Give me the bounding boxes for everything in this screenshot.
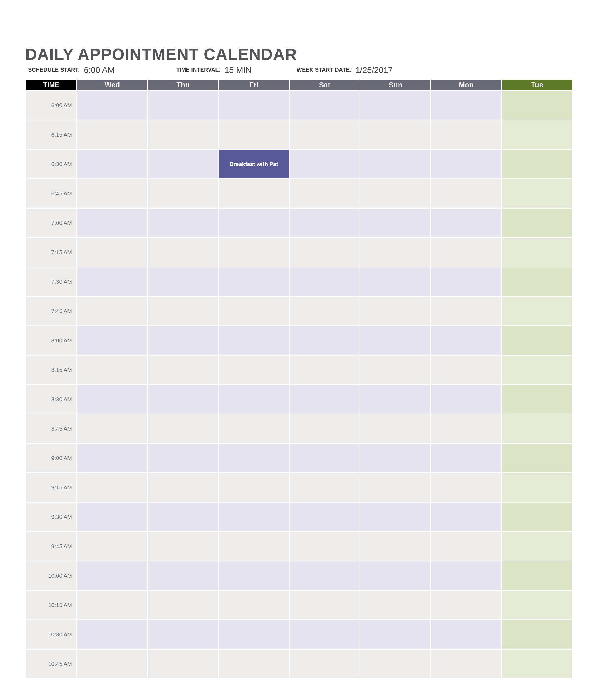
calendar-slot[interactable]	[77, 650, 147, 678]
calendar-slot[interactable]	[77, 326, 147, 355]
calendar-slot[interactable]	[290, 356, 360, 384]
calendar-slot[interactable]	[431, 385, 501, 413]
calendar-slot[interactable]	[77, 150, 147, 178]
calendar-slot[interactable]	[77, 532, 147, 561]
calendar-slot[interactable]	[148, 120, 218, 149]
calendar-slot[interactable]	[219, 650, 289, 678]
calendar-slot[interactable]	[148, 591, 218, 619]
calendar-slot[interactable]	[502, 414, 572, 443]
calendar-slot[interactable]	[219, 179, 289, 208]
calendar-slot[interactable]	[361, 503, 430, 531]
calendar-slot[interactable]	[77, 620, 147, 649]
calendar-slot[interactable]	[431, 503, 501, 531]
calendar-slot[interactable]	[431, 238, 501, 267]
calendar-slot[interactable]	[219, 91, 289, 119]
calendar-slot[interactable]	[290, 532, 360, 561]
calendar-slot[interactable]	[361, 91, 430, 119]
calendar-slot[interactable]	[431, 620, 501, 649]
calendar-slot[interactable]	[290, 150, 360, 178]
calendar-slot[interactable]	[502, 650, 572, 678]
calendar-slot[interactable]	[502, 209, 572, 237]
calendar-slot[interactable]	[77, 444, 147, 473]
calendar-slot[interactable]	[431, 267, 501, 296]
calendar-slot[interactable]	[290, 503, 360, 531]
calendar-slot[interactable]	[502, 532, 572, 561]
calendar-slot[interactable]	[290, 620, 360, 649]
calendar-slot[interactable]	[502, 150, 572, 178]
calendar-slot[interactable]	[77, 120, 147, 149]
calendar-slot[interactable]	[219, 297, 289, 325]
calendar-slot[interactable]	[431, 444, 501, 473]
calendar-slot[interactable]	[219, 620, 289, 649]
calendar-slot[interactable]	[148, 532, 218, 561]
calendar-slot[interactable]	[431, 561, 501, 590]
calendar-slot[interactable]	[431, 532, 501, 561]
calendar-slot[interactable]	[502, 179, 572, 208]
calendar-slot[interactable]	[148, 91, 218, 119]
calendar-slot[interactable]	[502, 267, 572, 296]
calendar-slot[interactable]	[502, 297, 572, 325]
calendar-slot[interactable]	[361, 238, 430, 267]
calendar-slot[interactable]	[148, 414, 218, 443]
calendar-slot[interactable]	[148, 444, 218, 473]
calendar-slot[interactable]	[290, 326, 360, 355]
calendar-slot[interactable]	[361, 444, 430, 473]
calendar-slot[interactable]	[148, 473, 218, 502]
calendar-slot[interactable]	[77, 356, 147, 384]
calendar-slot[interactable]	[431, 591, 501, 619]
calendar-slot[interactable]	[219, 209, 289, 237]
calendar-slot[interactable]	[361, 620, 430, 649]
calendar-slot[interactable]	[361, 356, 430, 384]
calendar-slot[interactable]	[502, 444, 572, 473]
calendar-slot[interactable]	[361, 326, 430, 355]
calendar-slot[interactable]	[290, 209, 360, 237]
calendar-slot[interactable]	[431, 356, 501, 384]
calendar-slot[interactable]	[502, 326, 572, 355]
calendar-slot[interactable]	[148, 385, 218, 413]
calendar-slot[interactable]	[290, 591, 360, 619]
calendar-slot[interactable]	[290, 444, 360, 473]
calendar-slot[interactable]	[502, 91, 572, 119]
time-interval-value[interactable]: 15 MIN	[223, 65, 254, 75]
calendar-slot[interactable]	[502, 356, 572, 384]
calendar-slot[interactable]	[361, 385, 430, 413]
calendar-slot[interactable]	[77, 561, 147, 590]
calendar-slot[interactable]	[77, 385, 147, 413]
calendar-slot[interactable]	[148, 238, 218, 267]
calendar-slot[interactable]	[219, 532, 289, 561]
calendar-slot[interactable]	[77, 209, 147, 237]
calendar-slot[interactable]	[361, 179, 430, 208]
calendar-slot[interactable]	[77, 267, 147, 296]
calendar-slot[interactable]	[361, 473, 430, 502]
calendar-slot[interactable]	[77, 297, 147, 325]
calendar-slot[interactable]	[502, 620, 572, 649]
calendar-slot[interactable]	[148, 267, 218, 296]
calendar-slot[interactable]	[431, 150, 501, 178]
calendar-slot[interactable]	[361, 414, 430, 443]
calendar-slot[interactable]	[148, 179, 218, 208]
calendar-slot[interactable]	[361, 209, 430, 237]
calendar-slot[interactable]	[77, 414, 147, 443]
calendar-slot[interactable]	[148, 650, 218, 678]
calendar-slot[interactable]	[502, 473, 572, 502]
calendar-slot[interactable]	[77, 473, 147, 502]
calendar-slot[interactable]	[290, 91, 360, 119]
calendar-slot[interactable]	[361, 532, 430, 561]
calendar-slot[interactable]	[148, 150, 218, 178]
calendar-slot[interactable]	[77, 503, 147, 531]
calendar-slot[interactable]	[148, 356, 218, 384]
calendar-slot[interactable]	[219, 561, 289, 590]
calendar-slot[interactable]	[431, 473, 501, 502]
calendar-slot[interactable]	[77, 179, 147, 208]
calendar-slot[interactable]	[502, 503, 572, 531]
calendar-slot[interactable]	[431, 91, 501, 119]
calendar-slot[interactable]	[361, 650, 430, 678]
calendar-slot[interactable]	[290, 473, 360, 502]
calendar-slot[interactable]	[431, 297, 501, 325]
calendar-slot[interactable]	[148, 561, 218, 590]
calendar-slot[interactable]	[148, 297, 218, 325]
calendar-slot[interactable]	[77, 591, 147, 619]
calendar-slot[interactable]	[290, 561, 360, 590]
calendar-slot[interactable]	[219, 267, 289, 296]
calendar-slot[interactable]	[431, 209, 501, 237]
